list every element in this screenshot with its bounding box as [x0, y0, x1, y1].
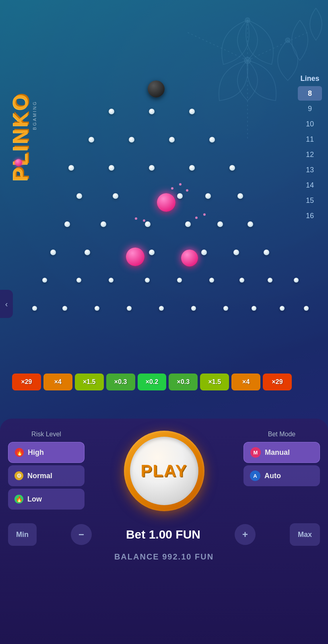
ball-dark [148, 80, 165, 97]
peg [223, 306, 228, 311]
peg [89, 137, 94, 142]
peg [149, 109, 155, 114]
risk-low-button[interactable]: 🔥 Low [8, 489, 85, 510]
spark-5 [143, 219, 145, 222]
risk-high-icon: 🔥 [15, 448, 24, 457]
mult-3: ×0.3 [106, 374, 135, 390]
peg [50, 250, 56, 255]
risk-normal-label: Normal [27, 472, 52, 480]
spark-3 [186, 189, 188, 192]
game-board [20, 68, 292, 374]
peg [229, 165, 235, 171]
play-button[interactable]: PLAY [124, 431, 204, 511]
peg [185, 221, 191, 227]
peg [233, 250, 239, 255]
peg [109, 165, 114, 171]
lines-label: Lines [300, 74, 319, 83]
mult-7: ×4 [231, 374, 260, 390]
peg [177, 278, 182, 283]
mult-5: ×0.3 [169, 374, 198, 390]
peg [205, 193, 211, 199]
peg [101, 221, 106, 227]
spark-1 [171, 187, 173, 190]
risk-normal-button[interactable]: ⚙ Normal [8, 465, 85, 486]
svg-point-0 [244, 57, 251, 64]
peg [76, 193, 82, 199]
play-button-wrap: PLAY [124, 431, 204, 511]
spark-2 [179, 183, 182, 186]
bet-mode-manual-button[interactable]: M Manual [243, 442, 320, 463]
peg [239, 278, 244, 283]
play-label: PLAY [140, 461, 187, 481]
lines-option-10[interactable]: 10 [298, 117, 322, 131]
spark-4 [135, 217, 137, 220]
peg [149, 165, 155, 171]
peg [177, 193, 183, 199]
manual-label: Manual [265, 448, 290, 457]
peg [64, 221, 70, 227]
peg [76, 278, 81, 283]
peg [191, 306, 196, 311]
risk-level-label: Risk Level [8, 431, 85, 438]
lines-option-11[interactable]: 11 [298, 132, 322, 147]
peg [85, 250, 90, 255]
spark-6 [195, 217, 198, 219]
side-panel-toggle[interactable]: ‹ [0, 290, 13, 318]
peg [268, 278, 272, 283]
bet-min-button[interactable]: Min [8, 523, 37, 546]
risk-level-panel: Risk Level 🔥 High ⚙ Normal 🔥 Low [8, 431, 85, 510]
peg [149, 250, 155, 255]
bet-mode-panel: Bet Mode M Manual A Auto [243, 431, 320, 486]
peg [209, 137, 215, 142]
svg-line-5 [187, 32, 248, 60]
peg [109, 109, 114, 114]
risk-low-icon: 🔥 [14, 495, 23, 504]
peg [209, 278, 214, 283]
peg [113, 193, 118, 199]
lines-option-15[interactable]: 15 [298, 193, 322, 208]
multiplier-bar: ×29 ×4 ×1.5 ×0.3 ×0.2 ×0.3 ×1.5 ×4 ×29 [12, 374, 292, 390]
peg [42, 278, 47, 283]
peg [32, 306, 37, 311]
peg [145, 221, 151, 227]
lines-option-12[interactable]: 12 [298, 147, 322, 162]
mult-1: ×4 [43, 374, 72, 390]
mult-6: ×1.5 [200, 374, 229, 390]
bet-minus-button[interactable]: − [71, 524, 92, 545]
lines-option-14[interactable]: 14 [298, 178, 322, 192]
ball-pink-2 [126, 248, 144, 266]
bet-value: 1.00 [149, 528, 172, 541]
peg [264, 250, 269, 255]
peg [145, 278, 150, 283]
bet-mode-label: Bet Mode [243, 431, 320, 438]
lines-option-13[interactable]: 13 [298, 163, 322, 177]
peg [109, 278, 113, 283]
bet-row: Min − Bet 1.00 FUN + Max [8, 523, 320, 546]
lines-option-8[interactable]: 8 [298, 86, 322, 101]
peg [304, 306, 309, 311]
svg-point-1 [245, 18, 250, 23]
ball-pink-1 [157, 193, 175, 212]
peg [201, 250, 207, 255]
bet-mode-auto-button[interactable]: A Auto [243, 465, 320, 486]
peg [189, 165, 195, 171]
mult-0: ×29 [12, 374, 41, 390]
peg [159, 306, 164, 311]
mult-2: ×1.5 [75, 374, 104, 390]
peg [95, 306, 99, 311]
mult-4: ×0.2 [138, 374, 167, 390]
peg [252, 306, 256, 311]
risk-low-label: Low [27, 495, 42, 504]
controls-area: Risk Level 🔥 High ⚙ Normal 🔥 Low PLAY [0, 419, 328, 644]
lines-option-16[interactable]: 16 [298, 208, 322, 223]
bet-max-button[interactable]: Max [290, 523, 320, 546]
auto-label: Auto [264, 472, 281, 480]
peg [237, 193, 243, 199]
lines-option-9[interactable]: 9 [298, 101, 322, 116]
peg [62, 306, 67, 311]
bet-plus-button[interactable]: + [235, 524, 256, 545]
main-controls-row: Risk Level 🔥 High ⚙ Normal 🔥 Low PLAY [8, 431, 320, 511]
risk-high-button[interactable]: 🔥 High [8, 442, 85, 463]
peg [169, 137, 175, 142]
peg [68, 165, 74, 171]
